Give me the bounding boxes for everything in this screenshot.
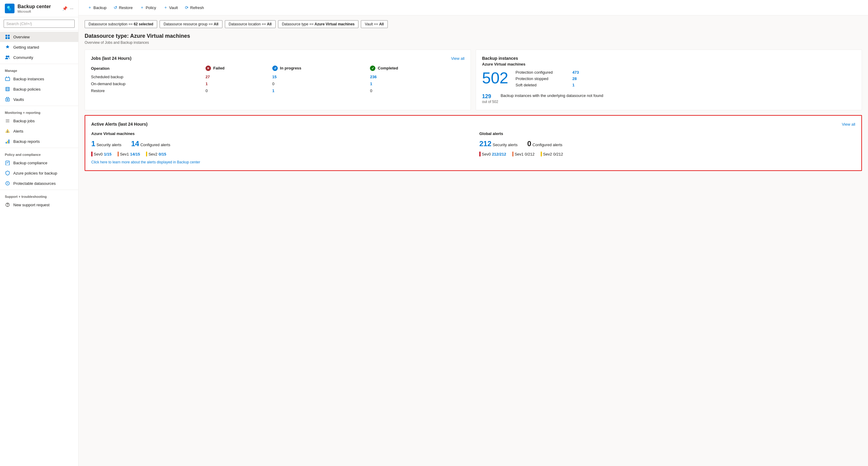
job-inprogress: 0 (272, 80, 370, 87)
bi-main-row: 502 Protection configured 473 Protection… (482, 70, 856, 87)
svg-point-8 (7, 56, 9, 57)
sev-item: Sev2 0/212 (541, 152, 563, 157)
jobs-view-all-link[interactable]: View all (451, 56, 465, 61)
sidebar-item-protectable-datasources[interactable]: Protectable datasources (0, 178, 78, 189)
sidebar-item-overview-label: Overview (13, 35, 30, 39)
nav-section-manage: Manage (0, 65, 78, 74)
sidebar-item-alerts-label: Alerts (13, 129, 23, 133)
alerts-card-header: Active Alerts (last 24 Hours) View all (91, 122, 855, 127)
bi-secondary-label: Backup instances with the underlying dat… (500, 93, 603, 98)
sev-bar-orange (118, 152, 119, 157)
sidebar-item-azure-policies[interactable]: Azure policies for backup (0, 168, 78, 178)
filter-resource-group[interactable]: Datasource resource group == All (160, 20, 222, 28)
sidebar-item-backup-jobs[interactable]: Backup jobs (0, 116, 78, 126)
vault-button[interactable]: ＋ Vault (160, 3, 181, 12)
sidebar-item-backup-policies[interactable]: Backup policies (0, 84, 78, 94)
alerts-global-security-count: 212 (479, 139, 491, 148)
alerts-azure-security-label: Security alerts (96, 142, 121, 147)
vaults-icon (5, 97, 10, 102)
vault-plus-icon: ＋ (163, 5, 168, 10)
bi-secondary-count-block: 129 out of 502 (482, 93, 498, 104)
col-inprogress-header: ↺ In progress (272, 64, 370, 73)
job-failed: 0 (206, 87, 272, 94)
svg-rect-20 (7, 131, 8, 132)
sidebar-item-backup-jobs-label: Backup jobs (13, 119, 35, 123)
alerts-view-all-link[interactable]: View all (842, 122, 855, 127)
sidebar-header-actions: 📌 ··· (62, 6, 73, 11)
sev-value: 0/15 (159, 152, 166, 157)
backup-instances-icon (5, 76, 10, 81)
sev-value: 0/212 (525, 152, 535, 157)
refresh-button[interactable]: ⟳ Refresh (182, 3, 207, 12)
col-operation-header: Operation (91, 64, 206, 73)
filter-datasource-type[interactable]: Datasource type == Azure Virtual machine… (278, 20, 359, 28)
backup-instances-card: Backup instances Azure Virtual machines … (476, 49, 862, 110)
bi-soft-deleted-value: 1 (572, 83, 575, 87)
nav-section-support: Support + troubleshooting (0, 191, 78, 200)
alerts-azure-configured-item: 14 Configured alerts (131, 139, 170, 148)
sidebar-item-overview[interactable]: Overview (0, 32, 78, 42)
policy-plus-icon: ＋ (140, 5, 144, 10)
more-icon[interactable]: ··· (70, 6, 73, 11)
page-title: Datasource type: Azure Virtual machines (85, 33, 862, 39)
sev-bar-yellow (146, 152, 147, 157)
svg-rect-3 (5, 35, 7, 37)
sidebar: Backup center Microsoft 📌 ··· Overview G… (0, 0, 79, 466)
svg-rect-6 (8, 37, 10, 39)
failed-status-icon: ✕ (206, 66, 211, 71)
jobs-card: Jobs (last 24 Hours) View all Operation … (85, 49, 471, 110)
alerts-global-configured-label: Configured alerts (532, 142, 562, 147)
filter-location[interactable]: Datasource location == All (225, 20, 276, 28)
sidebar-item-backup-reports[interactable]: Backup reports (0, 136, 78, 146)
sev-value: 1/15 (104, 152, 112, 157)
bi-secondary-out-of: out of 502 (482, 100, 498, 104)
filter-bar: Datasource subscription == 62 selected D… (85, 20, 862, 28)
policy-button[interactable]: ＋ Policy (137, 3, 159, 12)
toolbar: ＋ Backup ↺ Restore ＋ Policy ＋ Vault ⟳ Re… (79, 0, 868, 15)
sidebar-item-backup-instances-label: Backup instances (13, 77, 44, 81)
sev-bar-red (479, 152, 480, 157)
job-operation: Scheduled backup (91, 73, 206, 80)
svg-rect-23 (7, 141, 8, 143)
sidebar-item-new-support-label: New support request (13, 203, 50, 207)
alerts-global-configured-item: 0 Configured alerts (527, 139, 562, 148)
svg-rect-4 (8, 35, 10, 37)
sidebar-item-backup-instances[interactable]: Backup instances (0, 74, 78, 84)
bi-secondary-count: 129 (482, 93, 498, 100)
sev-value: 0/212 (553, 152, 563, 157)
svg-rect-24 (8, 139, 9, 143)
pin-icon[interactable]: 📌 (62, 6, 67, 11)
sidebar-item-getting-started[interactable]: Getting started (0, 42, 78, 52)
alerts-global-configured-count: 0 (527, 139, 531, 148)
sidebar-item-new-support[interactable]: New support request (0, 200, 78, 210)
filter-subscription[interactable]: Datasource subscription == 62 selected (85, 20, 157, 28)
jobs-table: Operation ✕ Failed ↺ In progress ✓ (91, 64, 465, 94)
sidebar-item-getting-started-label: Getting started (13, 45, 39, 49)
sev-bar-yellow (541, 152, 542, 157)
bi-protection-stopped-label: Protection stopped (516, 76, 570, 81)
search-input[interactable] (4, 20, 75, 28)
app-title-group: Backup center Microsoft (18, 4, 59, 13)
alerts-azure-configured-label: Configured alerts (140, 142, 170, 147)
svg-rect-5 (5, 37, 7, 39)
sev-label: Sev0 (94, 152, 103, 157)
sidebar-item-backup-compliance[interactable]: Backup compliance (0, 158, 78, 168)
sidebar-item-vaults[interactable]: Vaults (0, 94, 78, 104)
sidebar-item-alerts[interactable]: Alerts (0, 126, 78, 136)
overview-icon (5, 34, 10, 40)
backup-button[interactable]: ＋ Backup (85, 3, 110, 12)
sidebar-item-community[interactable]: Community (0, 52, 78, 63)
table-row: Scheduled backup2715236 (91, 73, 465, 80)
job-failed: 1 (206, 80, 272, 87)
app-subtitle: Microsoft (18, 10, 59, 13)
backup-reports-icon (5, 139, 10, 144)
restore-button[interactable]: ↺ Restore (111, 3, 136, 12)
job-completed: 236 (370, 73, 465, 80)
table-row: Restore010 (91, 87, 465, 94)
sidebar-item-vaults-label: Vaults (13, 97, 24, 102)
support-icon (5, 202, 10, 207)
job-operation: Restore (91, 87, 206, 94)
filter-vault[interactable]: Vault == All (361, 20, 388, 28)
alerts-learn-more-link[interactable]: Click here to learn more about the alert… (91, 160, 200, 164)
svg-point-28 (7, 206, 8, 206)
